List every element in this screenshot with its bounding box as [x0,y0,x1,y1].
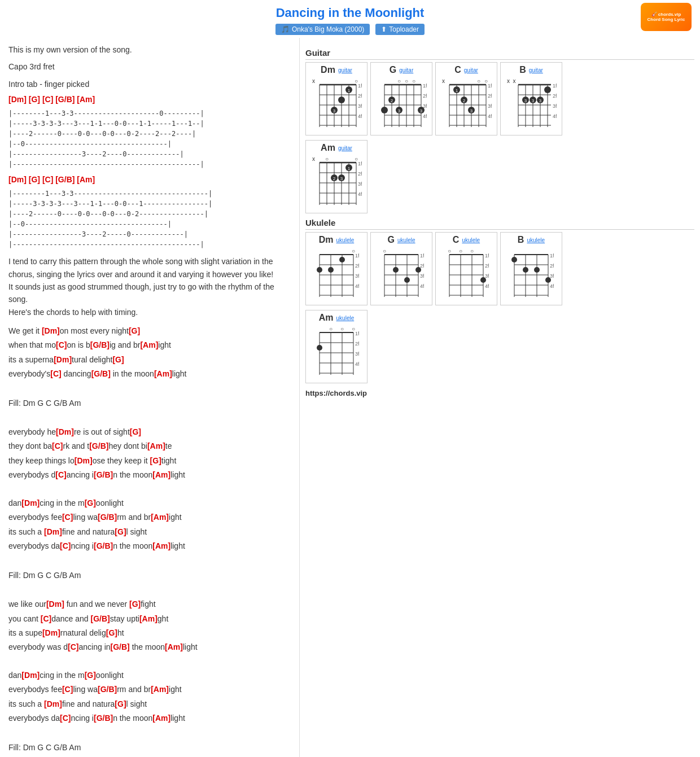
blank-line [8,725,291,740]
chord-type-link[interactable]: guitar [338,145,352,151]
svg-text:2fr: 2fr [358,93,362,99]
uploader-tag[interactable]: ⬆ Toploader [375,24,425,35]
tab-line: |---------------------------------------… [8,239,291,250]
chord-svg-dm-ukulele: 1fr 2fr 3fr 4fr ○ [314,246,359,303]
svg-text:2fr: 2fr [550,263,554,269]
svg-point-185 [545,277,551,283]
tab-line: |----2------0----0-0---0-0---0-2--------… [8,209,291,219]
chord-type-link[interactable]: guitar [399,67,413,73]
artist-tag[interactable]: 🎵 Onka's Big Moka (2000) [275,24,370,35]
chord-svg-g-guitar: 1fr 2fr 3fr 4fr 2 3 ○ ○ ○ 3 [376,76,427,133]
lyric-line: everybodys fee[C]ling wa[G/B]rm and br[A… [8,510,291,524]
lyric-line: dan[Dm]cing in the m[G]oonlight [8,668,291,682]
chord-type-link[interactable]: ukulele [527,237,545,243]
chord-diagram-c-ukulele: C ukulele 1fr 2fr 3fr 4fr [435,232,497,305]
chord-type-link[interactable]: guitar [529,67,543,73]
svg-text:3fr: 3fr [355,273,359,279]
chord-diagram-am-ukulele: Am ukulele 1fr 2fr 3fr 4fr [305,310,368,383]
svg-text:2fr: 2fr [355,341,359,347]
main-content: This is my own version of the song. Capo… [0,38,700,757]
svg-text:3: 3 [532,98,535,103]
fill-line: Fill: Dm G C G/B Am [8,743,291,752]
svg-point-132 [328,267,334,273]
chord-svg-c-ukulele: 1fr 2fr 3fr 4fr ○ ○ ○ [444,246,489,303]
chord-diagram-g-ukulele: G ukulele 1fr 2fr 3fr 4fr [370,232,432,305]
chord-diagram-c-guitar: C guitar x 1fr 2fr [435,62,497,135]
logo-image: 🎸 chords.vipChord Song Lyric [641,3,692,31]
music-icon: 🎵 [281,25,290,33]
svg-text:3: 3 [539,98,542,103]
svg-text:3: 3 [333,108,336,113]
svg-text:1fr: 1fr [355,331,359,336]
svg-text:○: ○ [397,78,401,84]
svg-text:x: x [507,78,510,84]
svg-text:○: ○ [477,78,480,84]
chord-name: Am [321,143,335,153]
svg-text:3fr: 3fr [355,351,359,357]
chord-type-link[interactable]: ukulele [397,237,415,243]
logo: 🎸 chords.vipChord Song Lyric [641,3,692,31]
chord-name: B [519,65,526,75]
intro-line-2: Capo 3rd fret [8,60,291,73]
chord-type-link[interactable]: ukulele [336,315,355,321]
svg-text:○: ○ [355,78,358,84]
svg-point-150 [404,277,410,283]
svg-text:3fr: 3fr [488,103,492,109]
svg-point-199 [317,345,322,351]
blank-line [8,654,291,668]
svg-point-18 [338,97,345,103]
chord-name: G [390,65,396,75]
tab-line: |-----------------3----2----0-----------… [8,149,291,159]
tab-line: |-----------------3----2-----0----------… [8,229,291,239]
svg-point-151 [415,267,421,273]
chord-type-link[interactable]: ukulele [336,237,355,243]
svg-text:4fr: 4fr [550,283,554,289]
svg-text:1fr: 1fr [550,253,554,259]
svg-text:3: 3 [470,108,473,113]
chord-svg-g-ukulele: 1fr 2fr 3fr 4fr ○ [379,246,424,303]
page-header: Dancing in the Moonlight 🎵 Onka's Big Mo… [0,0,700,38]
svg-text:1: 1 [348,166,351,171]
svg-text:○: ○ [383,248,386,254]
svg-text:4fr: 4fr [488,113,492,119]
svg-text:x: x [513,78,516,84]
svg-point-168 [480,277,486,283]
svg-point-184 [534,267,540,273]
svg-text:3fr: 3fr [358,181,362,187]
chord-line-1: [Dm] [G] [C] [G/B] [Am] [8,95,291,104]
intro-line-1: This is my own version of the song. [8,43,291,56]
intro-line-3: Intro tab - finger picked [8,78,291,90]
tab-line: |----2------0----0-0---0-0---0-2----2---… [8,129,291,139]
svg-text:2: 2 [463,98,466,103]
right-panel: Guitar Dm guitar x [299,38,700,757]
tab-line: |--------1---3-3---------------------0--… [8,108,291,119]
svg-text:2fr: 2fr [355,263,359,269]
lyric-line: they keep things lo[Dm]ose they keep it … [8,454,291,468]
tab-line: |--0-----------------------------------| [8,139,291,149]
left-panel: This is my own version of the song. Capo… [0,38,299,757]
svg-text:1fr: 1fr [358,161,362,167]
page-title: Dancing in the Moonlight [0,6,700,20]
lyric-line: everybodys d[C]ancing i[G/B]n the moon[A… [8,468,291,482]
svg-text:○: ○ [405,78,408,84]
lyric-line: everybody was d[C]ancing in[G/B] the moo… [8,640,291,654]
url-display: https://chords.vip [305,389,694,397]
chord-diagram-b-ukulele: B ukulele 1fr 2fr 3fr 4fr [500,232,562,305]
lyric-line: everybodys da[C]ncing i[G/B]n the moon[A… [8,711,291,725]
chord-type-link[interactable]: ukulele [462,237,480,243]
svg-text:4fr: 4fr [358,113,362,119]
chord-type-link[interactable]: guitar [338,67,352,73]
svg-text:3: 3 [398,108,401,113]
tab-line: |-----3-3-3-3---3---1-1---0-0---1-------… [8,199,291,209]
svg-text:x: x [442,78,445,84]
chord-type-link[interactable]: guitar [464,67,478,73]
lyric-line: We get it [Dm]on most every night[G] [8,324,291,338]
ukulele-section-label: Ukulele [305,218,694,230]
lyric-line: everybodys da[C]ncing i[G/B]n the moon[A… [8,539,291,553]
svg-text:4fr: 4fr [553,113,557,119]
lyric-line: its such a [Dm]fine and natura[G]l sight [8,525,291,539]
chord-diagram-am-guitar: Am guitar x 1fr 2fr [305,140,368,213]
svg-text:4fr: 4fr [423,113,427,119]
lyric-line: when that mo[C]on is b[G/B]ig and br[Am]… [8,338,291,352]
svg-point-183 [523,267,528,273]
